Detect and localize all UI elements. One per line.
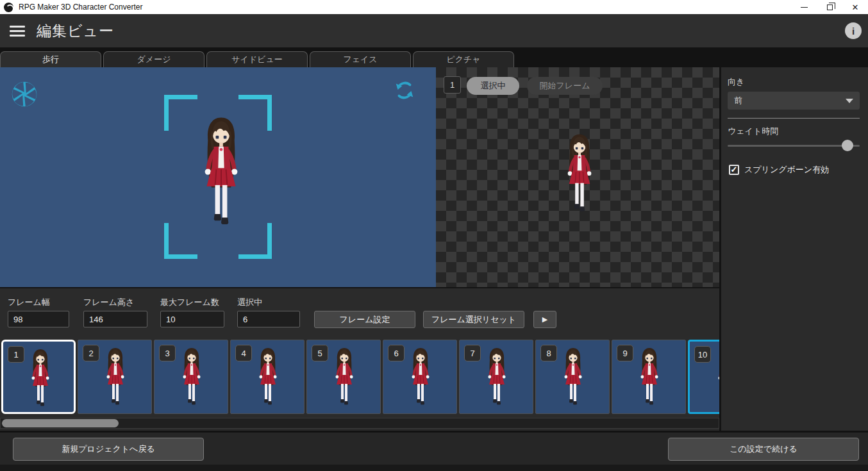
frame-thumb[interactable]: 5	[306, 340, 381, 414]
frame-number-badge: 5	[312, 345, 328, 361]
frame-number-badge: 9	[617, 345, 633, 361]
wait-time-slider-handle[interactable]	[842, 140, 853, 151]
header: 編集ビュー i	[0, 14, 868, 47]
springbone-checkbox-row[interactable]: ✓ スプリングボーン有効	[729, 164, 829, 176]
frame-thumb[interactable]: 9	[612, 340, 686, 414]
frame-strip-scrollbar[interactable]	[0, 418, 719, 429]
selected-frame-toggle[interactable]: 選択中	[467, 77, 519, 95]
tab-walk[interactable]: 歩行	[0, 51, 101, 67]
back-to-new-project-button[interactable]: 新規プロジェクトへ戻る	[13, 438, 204, 461]
maximize-button[interactable]	[817, 0, 842, 14]
frame-thumb[interactable]: 8	[535, 340, 610, 414]
frame-number-badge: 6	[388, 345, 405, 361]
camera-capture-icon[interactable]	[10, 80, 38, 111]
frame-character-sprite	[405, 345, 437, 409]
frame-character-sprite	[633, 345, 665, 409]
character-sprite	[558, 129, 601, 219]
frame-character-sprite	[24, 347, 56, 411]
direction-label: 向き	[728, 76, 744, 88]
minimize-button[interactable]	[791, 0, 817, 14]
tab-sideview[interactable]: サイドビュー	[206, 51, 308, 67]
tab-picture[interactable]: ピクチャ	[413, 51, 514, 67]
max-frames-input[interactable]	[160, 311, 224, 327]
continue-with-settings-button[interactable]: この設定で続ける	[668, 438, 859, 461]
tab-bar: 歩行 ダメージ サイドビュー フェイス ピクチャ	[0, 47, 868, 67]
frame-thumb[interactable]: 4	[230, 340, 305, 414]
frame-character-sprite	[252, 345, 284, 409]
max-frames-label: 最大フレーム数	[160, 297, 219, 308]
sidebar-divider	[728, 118, 860, 119]
frame-number-badge: 2	[83, 345, 99, 361]
close-icon: ✕	[852, 3, 859, 12]
app-window: RPG Maker 3D Character Converter ✕ 編集ビュー…	[0, 0, 868, 471]
direction-dropdown[interactable]: 前	[728, 92, 860, 110]
footer-bottom-strip	[0, 465, 868, 471]
frame-settings-button[interactable]: フレーム設定	[314, 311, 415, 328]
model-preview-viewport[interactable]	[0, 67, 436, 287]
frame-number-badge: 1	[8, 346, 24, 363]
frame-settings-panel: フレーム幅 フレーム高さ 最大フレーム数 選択中 フレーム設定 フレーム選択リセ…	[0, 287, 719, 431]
selected-frame-label: 選択中	[237, 297, 262, 308]
minimize-icon	[801, 7, 808, 8]
frame-width-label: フレーム幅	[8, 297, 50, 308]
springbone-label: スプリングボーン有効	[744, 164, 829, 176]
frame-character-sprite	[481, 345, 513, 409]
frame-number-badge: 7	[464, 345, 481, 361]
frame-character-sprite	[176, 345, 208, 409]
tab-face[interactable]: フェイス	[310, 51, 411, 67]
rotate-model-icon[interactable]	[392, 78, 417, 105]
frame-character-sprite	[711, 347, 719, 411]
footer-bar: 新規プロジェクトへ戻る この設定で続ける	[0, 431, 868, 471]
frame-number-badge: 4	[235, 345, 252, 361]
frame-thumb[interactable]: 7	[459, 340, 533, 414]
title-bar: RPG Maker 3D Character Converter ✕	[0, 0, 868, 14]
character-model	[191, 113, 251, 233]
frame-thumb[interactable]: 6	[383, 340, 457, 414]
frame-thumb[interactable]: 2	[78, 340, 152, 414]
settings-sidebar: 向き 前 ウェイト時間 ✓ スプリングボーン有効	[719, 67, 868, 431]
frame-number-badge: 10	[694, 346, 711, 363]
frame-number-badge: 3	[159, 345, 176, 361]
frame-thumb[interactable]: 1	[1, 340, 76, 414]
frame-width-input[interactable]	[8, 311, 69, 327]
frame-character-sprite	[99, 345, 131, 409]
window-controls: ✕	[791, 0, 868, 14]
tab-damage[interactable]: ダメージ	[103, 51, 204, 67]
wait-time-slider[interactable]	[728, 145, 860, 147]
app-icon	[4, 3, 13, 12]
window-title: RPG Maker 3D Character Converter	[19, 3, 142, 12]
frame-character-sprite	[328, 345, 360, 409]
page-title: 編集ビュー	[37, 21, 114, 41]
sprite-preview-area: 1 選択中 開始フレーム	[436, 67, 719, 287]
hamburger-menu-icon[interactable]	[10, 26, 25, 37]
frame-thumb[interactable]: 3	[154, 340, 228, 414]
start-frame-toggle[interactable]: 開始フレーム	[527, 77, 603, 95]
info-icon[interactable]: i	[845, 22, 862, 39]
frame-height-input[interactable]	[83, 311, 147, 327]
frame-strip: 1 2 3 4 5 6 7 8 9 10	[0, 340, 719, 417]
frame-number-badge: 8	[540, 345, 557, 361]
frame-character-sprite	[557, 345, 589, 409]
chevron-down-icon	[846, 99, 853, 103]
direction-value: 前	[734, 95, 742, 106]
scrollbar-thumb[interactable]	[2, 419, 119, 427]
play-button[interactable]: ▶	[533, 311, 556, 328]
frame-selection-reset-button[interactable]: フレーム選択リセット	[423, 311, 524, 328]
springbone-checkbox[interactable]: ✓	[729, 165, 739, 175]
wait-time-label: ウェイト時間	[728, 126, 778, 137]
close-button[interactable]: ✕	[842, 0, 868, 14]
selected-frame-input[interactable]	[237, 311, 300, 327]
frame-thumb[interactable]: 10	[688, 340, 719, 414]
frame-height-label: フレーム高さ	[83, 297, 134, 308]
maximize-icon	[827, 4, 833, 10]
preview-frame-badge: 1	[444, 76, 461, 94]
